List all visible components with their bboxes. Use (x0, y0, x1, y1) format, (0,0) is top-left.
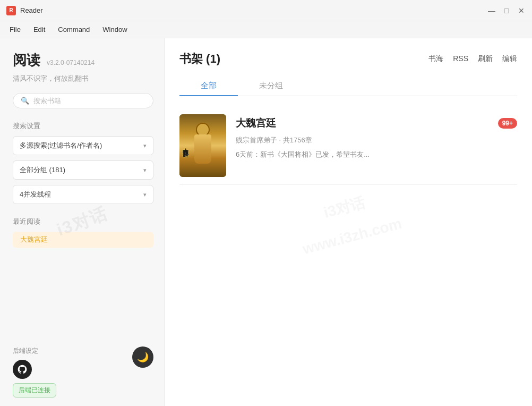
menu-window[interactable]: Window (97, 23, 132, 36)
book-card[interactable]: 大魏宫廷 大魏宫廷 99+ 贱宗首席弟子 · 共1756章 6天前：新书《大国将… (179, 107, 517, 185)
github-icon[interactable] (13, 360, 32, 379)
main-actions: 书海 RSS 刷新 编辑 (428, 54, 517, 64)
sidebar-bottom-left: 后端设定 后端已连接 (13, 346, 56, 397)
sidebar-version: v3.2.0-07140214 (47, 59, 95, 66)
menubar: File Edit Command Window (0, 21, 532, 38)
close-button[interactable]: ✕ (517, 6, 526, 15)
rss-button[interactable]: RSS (453, 54, 468, 64)
book-info: 大魏宫廷 99+ 贱宗首席弟子 · 共1756章 6天前：新书《大国将相》已发，… (236, 114, 517, 160)
menu-command[interactable]: Command (53, 23, 95, 36)
sidebar: 阅读 v3.2.0-07140214 清风不识字，何故乱翻书 🔍 搜索设置 多源… (0, 38, 165, 406)
main-watermark: i3对话www.i3zh.com (291, 180, 405, 264)
chevron-down-icon: ▾ (143, 142, 147, 149)
maximize-button[interactable]: □ (502, 6, 511, 15)
minimize-button[interactable]: — (487, 6, 496, 15)
book-meta: 贱宗首席弟子 · 共1756章 (236, 136, 517, 145)
dropdown-search-type[interactable]: 多源搜索(过滤书名/作者名) ▾ (13, 136, 153, 155)
recent-book-chip[interactable]: 大魏宫廷 (13, 232, 153, 248)
app-title: Reader (20, 6, 487, 14)
titlebar: R Reader — □ ✕ (0, 0, 532, 21)
search-icon: 🔍 (21, 97, 29, 105)
main-title: 书架 (1) (179, 51, 220, 67)
app-container: 阅读 v3.2.0-07140214 清风不识字，何故乱翻书 🔍 搜索设置 多源… (0, 38, 532, 406)
status-badge: 后端已连接 (13, 383, 56, 397)
main-header: 书架 (1) 书海 RSS 刷新 编辑 (179, 51, 517, 67)
refresh-button[interactable]: 刷新 (478, 54, 493, 64)
cover-art: 大魏宫廷 (179, 114, 226, 177)
tab-all[interactable]: 全部 (179, 77, 238, 96)
dropdown-group-label: 全部分组 (181) (20, 165, 65, 175)
new-badge: 99+ (498, 118, 517, 129)
book-title: 大魏宫廷 (236, 116, 276, 130)
dropdown-threads[interactable]: 4并发线程 ▾ (13, 185, 153, 204)
edit-button[interactable]: 编辑 (502, 54, 517, 64)
chevron-down-icon: ▾ (143, 167, 147, 174)
app-icon: R (6, 6, 16, 15)
sidebar-bottom: 后端设定 后端已连接 🌙 (13, 338, 153, 397)
search-section-label: 搜索设置 (13, 121, 153, 131)
menu-file[interactable]: File (4, 23, 26, 36)
sidebar-subtitle: 清风不识字，何故乱翻书 (13, 74, 153, 83)
cover-title-overlay: 大魏宫廷 (182, 143, 190, 148)
search-box[interactable]: 🔍 (13, 93, 153, 108)
recent-label: 最近阅读 (13, 217, 153, 226)
shubai-button[interactable]: 书海 (428, 54, 443, 64)
sidebar-header: 阅读 v3.2.0-07140214 (13, 51, 153, 70)
chevron-down-icon: ▾ (143, 191, 147, 198)
dark-mode-button[interactable]: 🌙 (132, 346, 153, 368)
cover-figure (189, 120, 217, 170)
window-controls: — □ ✕ (487, 6, 526, 15)
search-input[interactable] (33, 97, 145, 105)
dropdown-threads-label: 4并发线程 (20, 190, 51, 199)
backend-label: 后端设定 (13, 346, 56, 356)
dropdown-group[interactable]: 全部分组 (181) ▾ (13, 160, 153, 180)
sidebar-title: 阅读 (13, 51, 40, 70)
book-cover: 大魏宫廷 (179, 114, 226, 177)
book-desc: 6天前：新书《大国将相》已发，希望书友... (236, 149, 517, 160)
main-content: 书架 (1) 书海 RSS 刷新 编辑 全部 未分组 大魏宫廷 (165, 38, 532, 406)
tab-ungroup[interactable]: 未分组 (238, 77, 304, 96)
book-title-row: 大魏宫廷 99+ (236, 116, 517, 130)
tabs-container: 全部 未分组 (179, 77, 517, 96)
dropdown-search-type-label: 多源搜索(过滤书名/作者名) (20, 141, 102, 150)
menu-edit[interactable]: Edit (28, 23, 50, 36)
